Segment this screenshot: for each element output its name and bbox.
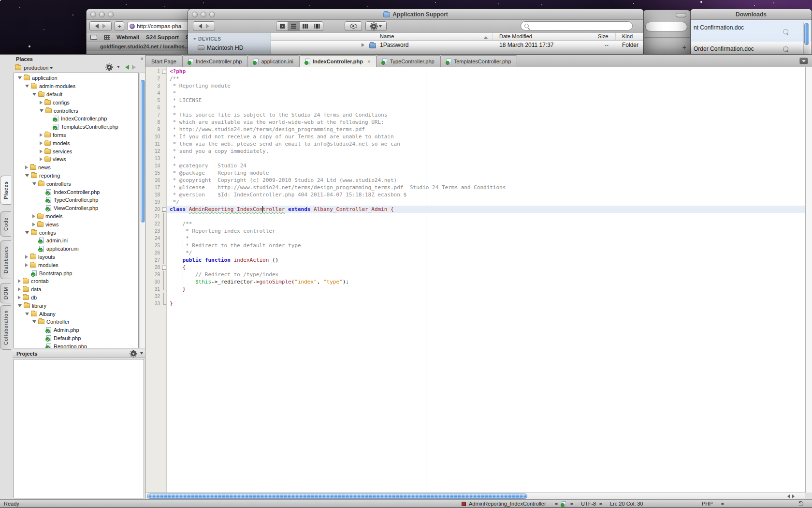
disclosure-icon[interactable] [25,174,29,177]
coverflow-view-button[interactable] [311,22,323,30]
disclosure-icon[interactable] [32,214,35,218]
projects-header[interactable]: Projects [13,349,145,358]
code-line[interactable]: 4 * [145,90,805,97]
column-header-kind[interactable]: Kind [622,33,633,39]
tree-item[interactable]: Bootstrap.php [14,269,138,277]
disclosure-icon[interactable] [18,287,21,291]
tree-item[interactable]: models [14,139,138,147]
table-row[interactable]: 1Password 18 March 2011 17:37 -- Folder [271,41,643,50]
code-line[interactable]: 16 * @copyright Copyright (c) 2009-2010 … [145,177,805,184]
code-line[interactable]: 20class AdminReporting_IndexController e… [145,206,805,213]
code-line[interactable]: 28 { [145,264,805,271]
tree-item[interactable]: db [14,294,138,302]
editor-tab[interactable]: TypeController.php [376,55,440,67]
code-line[interactable]: 23 * Reporting index controller [145,227,805,235]
code-line[interactable]: 1<?php [145,68,805,75]
bookmark-webmail[interactable]: Webmail [116,34,139,40]
sync-icon[interactable] [798,501,803,506]
tree-item[interactable]: Albany [14,310,138,318]
tree-item[interactable]: TemplatesController.php [14,123,138,131]
disclosure-icon[interactable] [25,165,28,169]
finder-search-field[interactable] [521,21,633,30]
disclosure-icon[interactable] [18,304,22,307]
tree-item[interactable]: layouts [14,253,138,261]
tree-item[interactable]: TypeController.php [14,196,138,204]
code-line[interactable]: 5 * LICENSE [145,97,805,104]
window-controls[interactable] [90,12,114,17]
back-icon[interactable] [199,24,202,29]
plus-icon[interactable]: + [682,44,686,51]
top-sites-icon[interactable] [104,35,110,40]
fold-toggle-icon[interactable] [161,68,166,75]
tree-item[interactable]: data [14,285,138,294]
rail-tab-dom[interactable]: DOM [0,283,11,303]
tree-item[interactable]: configs [14,228,138,237]
code-line[interactable]: 3 * Reporting module [145,82,805,90]
browser-tab[interactable]: goldfinger.studio24.net / localhos… [87,42,197,51]
column-header-size[interactable]: Size [598,33,608,39]
code-line[interactable]: 25 * Redirect to the default order type [145,242,805,249]
disclosure-icon[interactable] [18,296,21,299]
quick-look-button[interactable] [345,21,362,31]
code-line[interactable]: 10 * If you did not receive a copy of ou… [145,133,805,140]
scroll-right-button[interactable] [791,493,798,499]
code-line[interactable]: 18 * @version $Id: IndexController.php 4… [145,191,805,198]
editor-tab[interactable]: IndexController.php× [299,55,377,67]
reveal-in-finder-icon[interactable] [783,29,788,34]
tree-item[interactable]: admin.ini [14,237,138,245]
disclosure-icon[interactable] [32,182,36,185]
disclosure-icon[interactable] [362,43,366,47]
disclosure-icon[interactable] [40,133,43,137]
tree-item[interactable]: controllers [14,106,138,115]
chevron-down-icon[interactable] [50,67,53,71]
disclosure-icon[interactable] [25,255,28,259]
disclosure-icon[interactable] [40,109,44,112]
rail-tab-code[interactable]: Code [0,211,11,237]
tree-item[interactable]: reporting [14,172,138,180]
downloads-titlebar[interactable]: Downloads [691,9,812,20]
minimize-window-button[interactable] [99,12,105,17]
scrollbar-thumb[interactable] [804,23,809,45]
disclosure-icon[interactable] [40,149,43,153]
tree-item[interactable]: views [14,220,138,228]
new-tab-button[interactable]: + [115,21,124,31]
gear-icon[interactable] [130,351,136,357]
reveal-in-finder-icon[interactable] [783,46,788,52]
tree-item[interactable]: application.ini [14,245,138,253]
close-window-button[interactable] [90,12,96,17]
rail-tab-collaboration[interactable]: Collaboration [0,305,11,350]
back-icon[interactable] [95,24,99,29]
stepper-icon[interactable] [555,501,559,507]
tab-list-dropdown[interactable] [799,58,808,64]
code-line[interactable]: 21 [145,213,805,220]
disclosure-icon[interactable] [18,76,22,79]
code-line[interactable]: 7 * This source file is subject to the S… [145,111,805,119]
code-line[interactable]: 27 public function indexAction () [145,256,805,264]
tree-item[interactable]: models [14,212,138,221]
column-header-name[interactable]: Name [380,33,394,39]
editor-vertical-scrollbar[interactable] [805,67,812,493]
tree-item[interactable]: configs [14,98,138,106]
bookmarks-icon[interactable] [90,35,97,40]
sidebar-item-macintosh-hd[interactable]: Macintosh HD [198,45,271,51]
code-line[interactable]: 33} [145,300,805,307]
tree-item[interactable]: Controller [14,318,138,326]
fold-toggle-icon[interactable] [161,264,166,271]
tree-item[interactable]: IndexController.php [14,115,138,123]
finder-titlebar[interactable]: Application Support [188,9,643,20]
code-line[interactable]: 32 [145,293,805,300]
tree-item[interactable]: services [14,147,138,155]
tree-item[interactable]: Reporting.php [14,342,138,348]
disclosure-icon[interactable] [40,141,43,145]
tree-item[interactable]: views [14,155,138,164]
language-mode[interactable]: PHP [702,501,713,507]
finder-back-forward[interactable] [193,21,215,31]
disclosure-icon[interactable] [32,93,36,96]
close-tab-icon[interactable]: × [367,59,370,64]
editor-tab[interactable]: IndexController.php [182,55,248,67]
forward-icon[interactable] [102,24,106,29]
disclosure-icon[interactable] [25,85,29,88]
encoding-indicator[interactable]: UTF-8 [581,501,596,507]
tree-item[interactable]: news [14,164,138,172]
code-line[interactable]: 30 $this->_redirector->gotoSimple("index… [145,278,805,285]
